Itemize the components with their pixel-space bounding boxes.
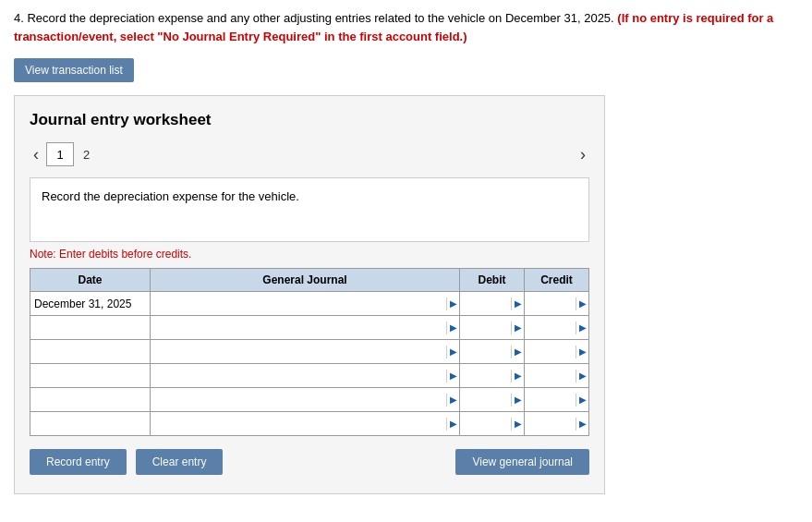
journal-arrow: ▶	[446, 370, 459, 382]
buttons-row: Record entry Clear entry View general jo…	[30, 449, 589, 475]
table-row: December 31, 2025▶▶▶	[30, 292, 589, 316]
table-row: ▶▶▶	[30, 412, 589, 436]
journal-input[interactable]	[151, 418, 446, 431]
journal-cell: ▶	[151, 316, 460, 340]
description-box: Record the depreciation expense for the …	[30, 177, 589, 242]
col-debit: Debit	[460, 269, 525, 292]
journal-arrow: ▶	[446, 346, 459, 358]
journal-input[interactable]	[151, 370, 446, 382]
description-text: Record the depreciation expense for the …	[42, 189, 299, 203]
credit-input[interactable]	[525, 346, 576, 358]
debit-cell: ▶	[460, 364, 525, 388]
credit-cell: ▶	[525, 412, 589, 436]
debit-input[interactable]	[460, 370, 511, 382]
question-normal-text: Record the depreciation expense and any …	[27, 11, 617, 25]
credit-input[interactable]	[525, 297, 576, 310]
debit-arrow: ▶	[511, 370, 524, 382]
credit-arrow: ▶	[576, 346, 588, 358]
credit-cell: ▶	[525, 340, 589, 364]
date-cell	[30, 316, 151, 340]
credit-input[interactable]	[525, 394, 576, 407]
clear-entry-button[interactable]: Clear entry	[136, 449, 224, 475]
debit-arrow: ▶	[511, 297, 524, 310]
debit-input[interactable]	[460, 418, 511, 431]
date-cell: December 31, 2025	[30, 292, 151, 316]
debit-input[interactable]	[460, 322, 511, 334]
credit-cell: ▶	[525, 388, 589, 412]
table-row: ▶▶▶	[30, 364, 589, 388]
credit-arrow: ▶	[576, 322, 588, 334]
view-transaction-button[interactable]: View transaction list	[14, 58, 134, 82]
debit-arrow: ▶	[511, 346, 524, 358]
debit-cell: ▶	[460, 340, 525, 364]
debit-arrow: ▶	[511, 322, 524, 334]
table-row: ▶▶▶	[30, 340, 589, 364]
pagination-row: ‹ 1 2 ›	[30, 142, 589, 166]
next-page-number: 2	[83, 148, 90, 162]
date-input[interactable]	[30, 388, 150, 411]
journal-table: Date General Journal Debit Credit Decemb…	[30, 268, 589, 436]
journal-input[interactable]	[151, 346, 446, 358]
question-text: 4. Record the depreciation expense and a…	[14, 9, 798, 45]
col-date: Date	[30, 269, 151, 292]
note-text: Note: Enter debits before credits.	[30, 248, 589, 261]
table-row: ▶▶▶	[30, 388, 589, 412]
credit-cell: ▶	[525, 316, 589, 340]
debit-cell: ▶	[460, 388, 525, 412]
credit-arrow: ▶	[576, 418, 588, 431]
journal-cell: ▶	[151, 412, 460, 436]
table-row: ▶▶▶	[30, 316, 589, 340]
view-general-journal-button[interactable]: View general journal	[455, 449, 589, 475]
journal-input[interactable]	[151, 394, 446, 407]
journal-arrow: ▶	[446, 322, 459, 334]
debit-arrow: ▶	[511, 394, 524, 407]
question-number: 4.	[14, 11, 24, 25]
worksheet-container: Journal entry worksheet ‹ 1 2 › Record t…	[14, 95, 605, 494]
journal-input[interactable]	[151, 297, 446, 310]
journal-cell: ▶	[151, 340, 460, 364]
debit-cell: ▶	[460, 412, 525, 436]
journal-cell: ▶	[151, 364, 460, 388]
debit-input[interactable]	[460, 297, 511, 310]
journal-cell: ▶	[151, 292, 460, 316]
date-input[interactable]	[30, 316, 150, 339]
debit-cell: ▶	[460, 316, 525, 340]
worksheet-title: Journal entry worksheet	[30, 111, 589, 129]
date-cell	[30, 340, 151, 364]
journal-arrow: ▶	[446, 418, 459, 431]
debit-arrow: ▶	[511, 418, 524, 431]
journal-cell: ▶	[151, 388, 460, 412]
current-page-box: 1	[46, 142, 74, 166]
credit-input[interactable]	[525, 370, 576, 382]
date-input[interactable]	[30, 340, 150, 363]
credit-input[interactable]	[525, 418, 576, 431]
debit-input[interactable]	[460, 346, 511, 358]
col-credit: Credit	[525, 269, 589, 292]
date-value: December 31, 2025	[30, 297, 150, 310]
journal-arrow: ▶	[446, 297, 459, 310]
credit-cell: ▶	[525, 364, 589, 388]
debit-cell: ▶	[460, 292, 525, 316]
date-cell	[30, 388, 151, 412]
journal-input[interactable]	[151, 322, 446, 334]
credit-cell: ▶	[525, 292, 589, 316]
journal-arrow: ▶	[446, 394, 459, 407]
record-entry-button[interactable]: Record entry	[30, 449, 127, 475]
next-page-arrow[interactable]: ›	[576, 145, 589, 164]
date-input[interactable]	[30, 364, 150, 387]
credit-arrow: ▶	[576, 297, 588, 310]
credit-input[interactable]	[525, 322, 576, 334]
date-cell	[30, 364, 151, 388]
prev-page-arrow[interactable]: ‹	[30, 145, 42, 164]
date-input[interactable]	[30, 412, 150, 435]
date-cell	[30, 412, 151, 436]
credit-arrow: ▶	[576, 370, 588, 382]
col-general-journal: General Journal	[151, 269, 460, 292]
credit-arrow: ▶	[576, 394, 588, 407]
debit-input[interactable]	[460, 394, 511, 407]
